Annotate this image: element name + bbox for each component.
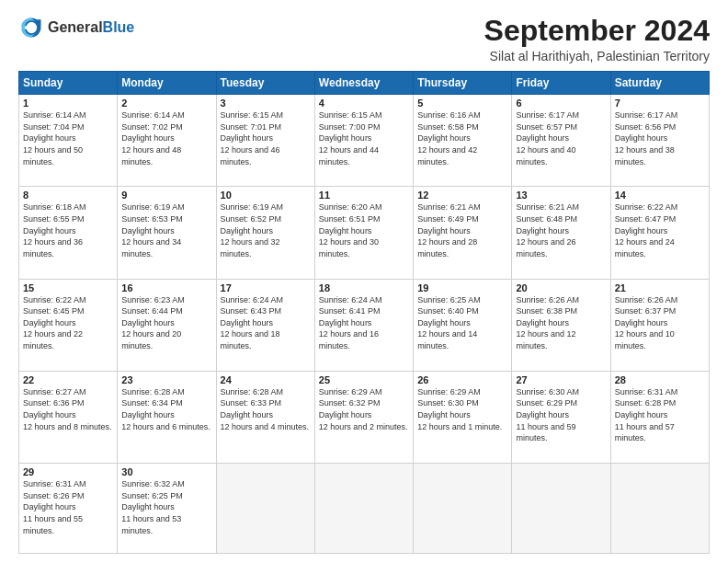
day-info: Sunrise: 6:22 AMSunset: 6:47 PMDaylight … (615, 201, 705, 259)
day-number: 18 (319, 282, 409, 293)
table-row: 22Sunrise: 6:27 AMSunset: 6:36 PMDayligh… (19, 371, 118, 463)
day-number: 14 (615, 190, 705, 201)
day-number: 13 (516, 190, 606, 201)
day-info: Sunrise: 6:21 AMSunset: 6:49 PMDaylight … (417, 201, 507, 259)
month-title: September 2024 (484, 15, 710, 47)
day-number: 27 (516, 374, 606, 385)
day-info: Sunrise: 6:26 AMSunset: 6:37 PMDaylight … (615, 294, 705, 352)
day-number: 17 (221, 282, 311, 293)
day-info: Sunrise: 6:17 AMSunset: 6:56 PMDaylight … (615, 109, 705, 167)
table-row: 2Sunrise: 6:14 AMSunset: 7:02 PMDaylight… (118, 95, 216, 187)
day-number: 6 (516, 98, 606, 109)
table-row: 1Sunrise: 6:14 AMSunset: 7:04 PMDaylight… (19, 95, 118, 187)
table-row: 6Sunrise: 6:17 AMSunset: 6:57 PMDaylight… (512, 95, 610, 187)
col-sunday: Sunday (19, 72, 118, 95)
day-info: Sunrise: 6:28 AMSunset: 6:33 PMDaylight … (221, 386, 311, 432)
logo-general: General (48, 19, 103, 35)
table-row: 5Sunrise: 6:16 AMSunset: 6:58 PMDaylight… (414, 95, 512, 187)
day-info: Sunrise: 6:22 AMSunset: 6:45 PMDaylight … (23, 294, 113, 352)
day-number: 25 (319, 374, 409, 385)
table-row: 11Sunrise: 6:20 AMSunset: 6:51 PMDayligh… (314, 187, 413, 279)
day-info: Sunrise: 6:20 AMSunset: 6:51 PMDaylight … (319, 201, 409, 259)
day-info: Sunrise: 6:19 AMSunset: 6:52 PMDaylight … (221, 201, 311, 259)
day-info: Sunrise: 6:29 AMSunset: 6:30 PMDaylight … (417, 386, 507, 432)
table-row: 7Sunrise: 6:17 AMSunset: 6:56 PMDaylight… (610, 95, 709, 187)
table-row: 10Sunrise: 6:19 AMSunset: 6:52 PMDayligh… (216, 187, 314, 279)
day-info: Sunrise: 6:24 AMSunset: 6:43 PMDaylight … (221, 294, 311, 352)
table-row: 15Sunrise: 6:22 AMSunset: 6:45 PMDayligh… (19, 279, 118, 371)
calendar-week-row: 29Sunrise: 6:31 AMSunset: 6:26 PMDayligh… (19, 464, 710, 554)
day-number: 1 (23, 98, 113, 109)
day-number: 15 (23, 282, 113, 293)
day-number: 4 (319, 98, 409, 109)
logo-icon (18, 15, 44, 40)
table-row: 21Sunrise: 6:26 AMSunset: 6:37 PMDayligh… (610, 279, 709, 371)
logo-text: GeneralBlue (48, 19, 134, 36)
table-row (414, 464, 512, 554)
day-info: Sunrise: 6:19 AMSunset: 6:53 PMDaylight … (121, 201, 211, 259)
table-row: 14Sunrise: 6:22 AMSunset: 6:47 PMDayligh… (610, 187, 709, 279)
day-number: 23 (121, 374, 211, 385)
table-row: 27Sunrise: 6:30 AMSunset: 6:29 PMDayligh… (512, 371, 610, 463)
table-row: 9Sunrise: 6:19 AMSunset: 6:53 PMDaylight… (118, 187, 216, 279)
day-number: 9 (121, 190, 211, 201)
table-row: 25Sunrise: 6:29 AMSunset: 6:32 PMDayligh… (314, 371, 413, 463)
table-row (610, 464, 709, 554)
col-saturday: Saturday (610, 72, 709, 95)
day-number: 26 (417, 374, 507, 385)
day-info: Sunrise: 6:15 AMSunset: 7:01 PMDaylight … (221, 109, 311, 167)
day-info: Sunrise: 6:16 AMSunset: 6:58 PMDaylight … (417, 109, 507, 167)
table-row (314, 464, 413, 554)
day-info: Sunrise: 6:29 AMSunset: 6:32 PMDaylight … (319, 386, 409, 432)
day-info: Sunrise: 6:31 AMSunset: 6:26 PMDaylight … (23, 478, 113, 536)
calendar-table: Sunday Monday Tuesday Wednesday Thursday… (18, 71, 710, 554)
table-row: 18Sunrise: 6:24 AMSunset: 6:41 PMDayligh… (314, 279, 413, 371)
logo: GeneralBlue (18, 15, 134, 40)
col-friday: Friday (512, 72, 610, 95)
day-info: Sunrise: 6:23 AMSunset: 6:44 PMDaylight … (121, 294, 211, 352)
table-row: 3Sunrise: 6:15 AMSunset: 7:01 PMDaylight… (216, 95, 314, 187)
table-row: 26Sunrise: 6:29 AMSunset: 6:30 PMDayligh… (414, 371, 512, 463)
calendar-week-row: 22Sunrise: 6:27 AMSunset: 6:36 PMDayligh… (19, 371, 710, 463)
day-number: 20 (516, 282, 606, 293)
col-monday: Monday (118, 72, 216, 95)
col-thursday: Thursday (414, 72, 512, 95)
day-number: 21 (615, 282, 705, 293)
day-header-row: Sunday Monday Tuesday Wednesday Thursday… (19, 72, 710, 95)
day-info: Sunrise: 6:26 AMSunset: 6:38 PMDaylight … (516, 294, 606, 352)
table-row: 17Sunrise: 6:24 AMSunset: 6:43 PMDayligh… (216, 279, 314, 371)
day-number: 7 (615, 98, 705, 109)
day-number: 29 (23, 466, 113, 477)
calendar-page: GeneralBlue September 2024 Silat al Hari… (0, 0, 728, 563)
table-row: 19Sunrise: 6:25 AMSunset: 6:40 PMDayligh… (414, 279, 512, 371)
table-row: 20Sunrise: 6:26 AMSunset: 6:38 PMDayligh… (512, 279, 610, 371)
day-number: 19 (417, 282, 507, 293)
header: GeneralBlue September 2024 Silat al Hari… (18, 15, 710, 63)
day-info: Sunrise: 6:14 AMSunset: 7:04 PMDaylight … (23, 109, 113, 167)
day-number: 10 (221, 190, 311, 201)
day-number: 8 (23, 190, 113, 201)
table-row: 23Sunrise: 6:28 AMSunset: 6:34 PMDayligh… (118, 371, 216, 463)
day-info: Sunrise: 6:17 AMSunset: 6:57 PMDaylight … (516, 109, 606, 167)
title-block: September 2024 Silat al Harithiyah, Pale… (484, 15, 710, 63)
day-number: 12 (417, 190, 507, 201)
table-row: 24Sunrise: 6:28 AMSunset: 6:33 PMDayligh… (216, 371, 314, 463)
logo-blue: Blue (103, 19, 135, 35)
day-info: Sunrise: 6:28 AMSunset: 6:34 PMDaylight … (121, 386, 211, 432)
table-row: 4Sunrise: 6:15 AMSunset: 7:00 PMDaylight… (314, 95, 413, 187)
day-info: Sunrise: 6:21 AMSunset: 6:48 PMDaylight … (516, 201, 606, 259)
day-number: 24 (221, 374, 311, 385)
day-number: 22 (23, 374, 113, 385)
location-subtitle: Silat al Harithiyah, Palestinian Territo… (484, 49, 710, 63)
table-row (512, 464, 610, 554)
day-number: 5 (417, 98, 507, 109)
table-row: 8Sunrise: 6:18 AMSunset: 6:55 PMDaylight… (19, 187, 118, 279)
table-row: 13Sunrise: 6:21 AMSunset: 6:48 PMDayligh… (512, 187, 610, 279)
calendar-week-row: 8Sunrise: 6:18 AMSunset: 6:55 PMDaylight… (19, 187, 710, 279)
day-info: Sunrise: 6:14 AMSunset: 7:02 PMDaylight … (121, 109, 211, 167)
day-info: Sunrise: 6:25 AMSunset: 6:40 PMDaylight … (417, 294, 507, 352)
table-row: 28Sunrise: 6:31 AMSunset: 6:28 PMDayligh… (610, 371, 709, 463)
day-info: Sunrise: 6:27 AMSunset: 6:36 PMDaylight … (23, 386, 113, 432)
table-row: 29Sunrise: 6:31 AMSunset: 6:26 PMDayligh… (19, 464, 118, 554)
table-row: 16Sunrise: 6:23 AMSunset: 6:44 PMDayligh… (118, 279, 216, 371)
